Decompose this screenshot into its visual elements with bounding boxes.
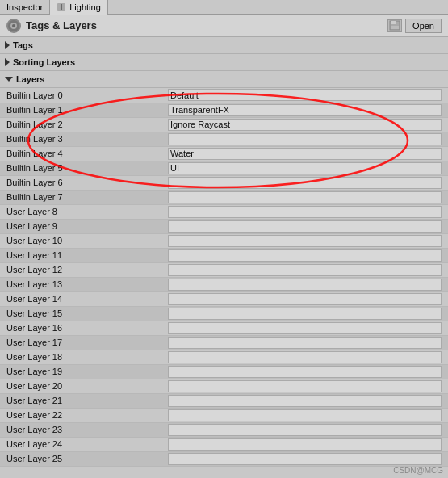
layer-value-cell: [161, 393, 448, 408]
table-row: Builtin Layer 7: [0, 190, 448, 204]
inspector-tab-label: Inspector: [6, 2, 43, 12]
layer-name: User Layer 9: [0, 219, 161, 233]
layer-value-input[interactable]: [168, 104, 442, 116]
layer-value-cell: [161, 190, 448, 204]
table-row: User Layer 16: [0, 321, 448, 335]
layer-value-input[interactable]: [168, 89, 442, 101]
layer-value-cell: [161, 248, 448, 262]
layer-value-input[interactable]: [168, 424, 442, 436]
layer-value-input[interactable]: [168, 380, 442, 392]
header-buttons: Open: [387, 19, 442, 33]
table-row: User Layer 25: [0, 451, 448, 466]
layer-value-input[interactable]: [168, 133, 442, 145]
table-row: User Layer 12: [0, 262, 448, 277]
layer-name: Builtin Layer 2: [0, 117, 161, 132]
layer-value-cell: [161, 422, 448, 437]
layer-value-input[interactable]: [168, 235, 442, 247]
sorting-layers-triangle-icon: [5, 58, 10, 66]
layer-value-input[interactable]: [168, 337, 442, 349]
layers-label: Layers: [16, 74, 44, 84]
table-row: User Layer 17: [0, 335, 448, 350]
layer-value-cell: [161, 379, 448, 393]
layer-value-input[interactable]: [168, 206, 442, 218]
layer-name: Builtin Layer 5: [0, 161, 161, 175]
panel-title-area: Tags & Layers: [6, 19, 97, 33]
layer-name: User Layer 11: [0, 248, 161, 262]
table-row: User Layer 15: [0, 306, 448, 321]
layer-value-input[interactable]: [168, 148, 442, 160]
save-icon-button[interactable]: [387, 19, 402, 32]
layer-name: User Layer 25: [0, 451, 161, 466]
layer-value-cell: [161, 219, 448, 233]
layer-value-cell: [161, 117, 448, 132]
layer-value-input[interactable]: [168, 453, 442, 465]
section-tags[interactable]: Tags: [0, 37, 448, 54]
layer-name: Builtin Layer 1: [0, 103, 161, 117]
layer-value-input[interactable]: [168, 293, 442, 305]
table-row: Builtin Layer 0: [0, 88, 448, 103]
tab-inspector[interactable]: Inspector: [0, 0, 50, 15]
layer-name: User Layer 23: [0, 422, 161, 437]
layer-name: User Layer 18: [0, 350, 161, 364]
layer-value-input[interactable]: [168, 308, 442, 320]
layer-name: User Layer 13: [0, 277, 161, 291]
layer-value-cell: [161, 132, 448, 146]
svg-point-4: [12, 24, 15, 27]
layer-value-cell: [161, 364, 448, 379]
section-sorting-layers[interactable]: Sorting Layers: [0, 54, 448, 71]
layer-name: User Layer 12: [0, 262, 161, 277]
layer-value-input[interactable]: [168, 322, 442, 334]
table-row: User Layer 10: [0, 233, 448, 248]
layer-value-cell: [161, 306, 448, 321]
layer-name: User Layer 24: [0, 437, 161, 451]
layer-value-input[interactable]: [168, 438, 442, 451]
layers-table: Builtin Layer 0Builtin Layer 1Builtin La…: [0, 88, 448, 467]
layer-value-input[interactable]: [168, 395, 442, 407]
layer-value-input[interactable]: [168, 351, 442, 363]
layer-value-cell: [161, 103, 448, 117]
section-layers[interactable]: Layers: [0, 71, 448, 88]
lighting-icon: [57, 2, 66, 12]
table-row: Builtin Layer 5: [0, 161, 448, 175]
main-content[interactable]: Tags Sorting Layers Layers Builtin Layer…: [0, 37, 448, 478]
layer-value-input[interactable]: [168, 119, 442, 131]
table-row: User Layer 22: [0, 408, 448, 422]
layer-value-input[interactable]: [168, 264, 442, 276]
layer-name: User Layer 15: [0, 306, 161, 321]
layer-value-input[interactable]: [168, 409, 442, 421]
tags-triangle-icon: [5, 41, 10, 49]
tab-bar: Inspector Lighting: [0, 0, 448, 15]
layer-value-input[interactable]: [168, 191, 442, 203]
layer-value-input[interactable]: [168, 366, 442, 378]
tab-lighting[interactable]: Lighting: [50, 0, 108, 15]
table-row: User Layer 8: [0, 204, 448, 219]
layer-value-input[interactable]: [168, 220, 442, 233]
layer-value-input[interactable]: [168, 162, 442, 174]
layer-value-input[interactable]: [168, 279, 442, 291]
layer-value-cell: [161, 437, 448, 451]
layer-name: Builtin Layer 7: [0, 190, 161, 204]
layers-triangle-icon: [5, 77, 13, 82]
layer-value-cell: [161, 277, 448, 291]
layer-value-cell: [161, 291, 448, 306]
layer-value-cell: [161, 350, 448, 364]
table-row: User Layer 18: [0, 350, 448, 364]
layer-value-cell: [161, 146, 448, 161]
layer-value-input[interactable]: [168, 177, 442, 189]
layers-table-container: Builtin Layer 0Builtin Layer 1Builtin La…: [0, 88, 448, 467]
layer-name: User Layer 20: [0, 379, 161, 393]
layer-value-cell: [161, 161, 448, 175]
open-button[interactable]: Open: [405, 19, 442, 33]
layer-value-cell: [161, 321, 448, 335]
sorting-layers-label: Sorting Layers: [13, 57, 75, 67]
table-row: User Layer 20: [0, 379, 448, 393]
panel-icon: [6, 19, 21, 33]
panel-header: Tags & Layers Open: [0, 15, 448, 37]
panel-title: Tags & Layers: [26, 19, 97, 31]
layer-name: Builtin Layer 0: [0, 88, 161, 103]
layer-name: User Layer 19: [0, 364, 161, 379]
layer-name: User Layer 21: [0, 393, 161, 408]
layer-value-input[interactable]: [168, 249, 442, 262]
layer-name: User Layer 22: [0, 408, 161, 422]
layer-name: User Layer 8: [0, 204, 161, 219]
